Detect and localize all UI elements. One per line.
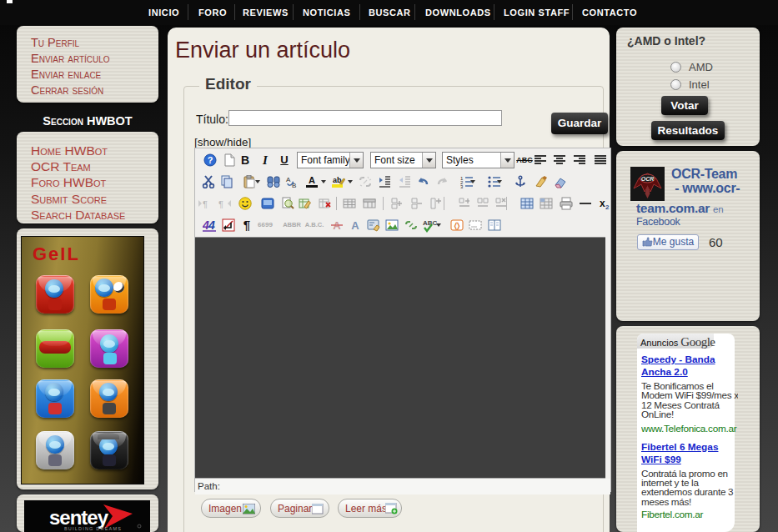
svg-text:A: A [351, 219, 359, 232]
svg-text:〈〉: 〈〉 [454, 221, 460, 230]
svg-text:OCR: OCR [641, 176, 655, 182]
svg-text:4: 4 [208, 218, 215, 232]
svg-text:A: A [286, 176, 291, 183]
svg-text:?: ? [208, 155, 213, 165]
svg-text:¶: ¶ [218, 199, 223, 209]
svg-text:x: x [600, 198, 605, 209]
svg-text:¶: ¶ [203, 199, 208, 209]
svg-text:2: 2 [605, 203, 610, 210]
svg-text:3: 3 [460, 184, 464, 188]
svg-text:BUILDING DREAMS: BUILDING DREAMS [64, 526, 122, 531]
svg-text:A: A [309, 175, 315, 185]
